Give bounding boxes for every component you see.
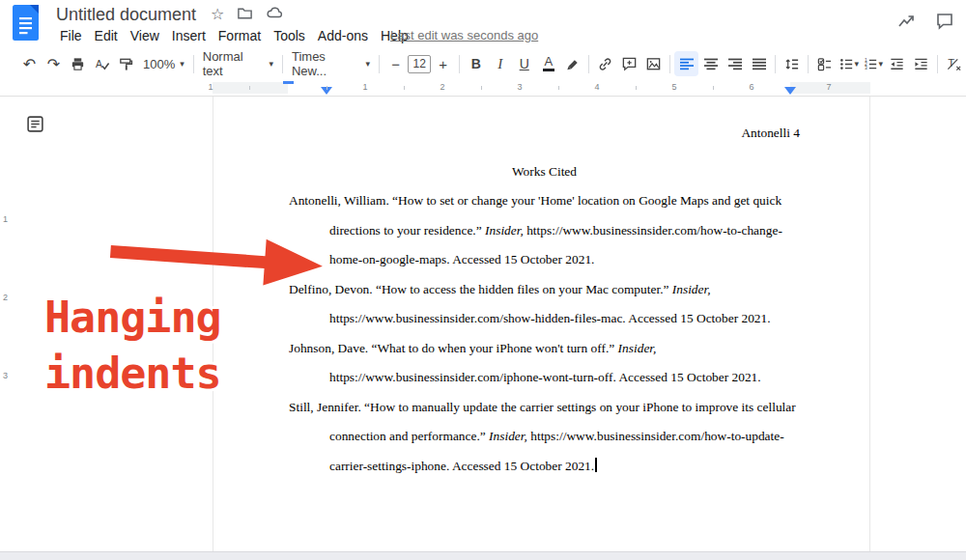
menu-view[interactable]: View: [127, 26, 163, 45]
first-line-indent-marker[interactable]: [283, 81, 294, 84]
topbar-right: [896, 12, 954, 35]
ruler-number: 3: [3, 371, 8, 380]
citation-italic-text: Insider,: [489, 429, 527, 443]
comment-history-icon[interactable]: [935, 12, 954, 35]
hanging-indents-annotation: Hanging indents: [44, 290, 221, 402]
bold-button[interactable]: B: [464, 51, 488, 76]
print-button[interactable]: [66, 51, 90, 76]
align-center-button[interactable]: [698, 51, 723, 76]
increase-indent-button[interactable]: [909, 51, 933, 76]
ruler-number: 4: [594, 82, 599, 92]
numbered-list-button[interactable]: 123 ▾: [861, 51, 885, 76]
ruler-number: 1: [208, 82, 213, 92]
numbered-list-caret-icon[interactable]: ▾: [879, 59, 884, 69]
move-folder-icon[interactable]: [237, 5, 253, 25]
font-size-increase-button[interactable]: +: [431, 51, 455, 76]
text-cursor: [595, 458, 597, 472]
ruler-tick: [558, 86, 559, 90]
citation-entry: Johnson, Dave. “What to do when your iPh…: [289, 334, 800, 393]
bulleted-list-caret-icon[interactable]: ▾: [855, 59, 860, 69]
underline-button[interactable]: U: [512, 51, 536, 76]
menu-edit[interactable]: Edit: [91, 26, 122, 45]
menu-bar: FileEditViewInsertFormatToolsAdd-onsHelp: [56, 26, 417, 45]
highlight-color-button[interactable]: [560, 51, 584, 76]
ruler-number: 2: [440, 82, 444, 92]
ruler-number: 1: [362, 82, 367, 92]
citation-entry: Delfino, Devon. “How to access the hidde…: [289, 275, 800, 334]
italic-button[interactable]: I: [488, 51, 512, 76]
ruler-number: 7: [826, 82, 831, 92]
ruler-number: 1: [3, 214, 8, 224]
insert-link-button[interactable]: [593, 51, 617, 76]
document-page[interactable]: Antonelli 4 Works Cited Antonelli, Willi…: [213, 97, 870, 551]
svg-text:3: 3: [865, 65, 867, 70]
citation-italic-text: Insider,: [618, 341, 657, 355]
redo-button[interactable]: ↷: [42, 51, 66, 76]
align-justify-button[interactable]: [747, 51, 771, 76]
styles-select[interactable]: Normal text▾: [198, 51, 278, 76]
top-bar: Untitled document ☆ FileEditViewInsertFo…: [0, 0, 966, 46]
menu-addons[interactable]: Add-ons: [314, 26, 372, 45]
font-size-decrease-button[interactable]: −: [384, 51, 408, 76]
works-cited-title: Works Cited: [289, 157, 800, 187]
document-outline-button[interactable]: [24, 113, 45, 134]
horizontal-ruler[interactable]: 11234567: [0, 80, 966, 96]
bottom-strip: [0, 551, 966, 560]
font-select[interactable]: Times New...▾: [287, 51, 375, 76]
align-left-button[interactable]: [674, 51, 698, 76]
bulleted-list-button[interactable]: ▾: [837, 51, 861, 76]
ruler-number: 3: [517, 82, 522, 92]
undo-button[interactable]: ↶: [17, 51, 42, 76]
font-size-input[interactable]: 12: [408, 55, 431, 73]
ruler-number: 2: [3, 293, 8, 302]
star-icon[interactable]: ☆: [211, 7, 224, 22]
vertical-ruler[interactable]: 123: [0, 97, 14, 550]
citation-text: Johnson, Dave. “What to do when your iPh…: [289, 341, 618, 355]
right-indent-marker[interactable]: [784, 87, 796, 95]
citation-entry: Antonelli, William. “How to set or chang…: [289, 186, 800, 275]
citation-italic-text: Insider,: [485, 223, 524, 238]
spellcheck-button[interactable]: A: [90, 51, 114, 76]
line-spacing-button[interactable]: [780, 51, 804, 76]
citation-text: Delfino, Devon. “How to access the hidde…: [289, 282, 672, 296]
svg-text:A: A: [96, 58, 102, 69]
ruler-tick: [249, 86, 250, 90]
text-color-button[interactable]: A: [536, 51, 560, 76]
google-docs-app: Untitled document ☆ FileEditViewInsertFo…: [0, 0, 966, 560]
decrease-indent-button[interactable]: [885, 51, 909, 76]
annotation-line-2: indents: [44, 346, 221, 402]
citation-text: https://www.businessinsider.com/iphone-w…: [329, 370, 761, 384]
annotation-line-1: Hanging: [44, 290, 221, 346]
last-edit-link[interactable]: Last edit was seconds ago: [390, 28, 538, 42]
insert-image-button[interactable]: [641, 51, 666, 76]
ruler-tick: [327, 86, 327, 90]
toolbar: ↶ ↷ A 100%▾ Normal text▾ Times New...▾ −…: [17, 49, 966, 78]
menu-format[interactable]: Format: [214, 26, 265, 45]
page-content[interactable]: Antonelli 4 Works Cited Antonelli, Willi…: [213, 97, 869, 481]
checklist-button[interactable]: [812, 51, 837, 76]
align-right-button[interactable]: [723, 51, 747, 76]
add-comment-button[interactable]: [617, 51, 641, 76]
clear-formatting-button[interactable]: T: [942, 51, 966, 76]
ruler-tick: [636, 86, 637, 90]
menu-tools[interactable]: Tools: [270, 26, 309, 45]
ruler-number: 6: [749, 82, 753, 92]
citations-list: Antonelli, William. “How to set or chang…: [289, 186, 800, 481]
menu-file[interactable]: File: [56, 26, 86, 45]
ruler-tick: [713, 86, 714, 90]
ruler-tick: [481, 86, 482, 90]
ruler-tick: [404, 86, 405, 90]
title-row: Untitled document ☆: [56, 4, 283, 25]
document-title[interactable]: Untitled document: [56, 5, 196, 25]
paint-format-button[interactable]: [114, 51, 138, 76]
cloud-status-icon[interactable]: [266, 4, 283, 25]
citation-italic-text: Insider,: [672, 282, 711, 296]
citation-entry: Still, Jennifer. “How to manually update…: [289, 393, 800, 482]
page-header: Antonelli 4: [289, 119, 800, 149]
docs-logo-icon[interactable]: [13, 5, 40, 42]
menu-insert[interactable]: Insert: [168, 26, 210, 45]
zoom-select[interactable]: 100%▾: [138, 51, 189, 76]
ruler-number: 5: [671, 82, 676, 92]
insights-trend-icon[interactable]: [896, 12, 916, 35]
citation-text: https://www.businessinsider.com/show-hid…: [329, 311, 771, 325]
